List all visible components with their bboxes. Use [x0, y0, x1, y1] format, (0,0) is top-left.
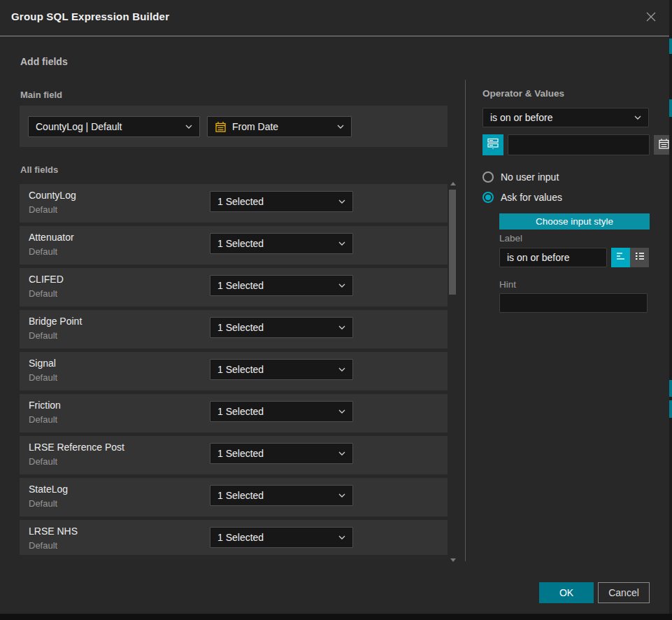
main-layer-select[interactable]: CountyLog | Default — [28, 116, 200, 137]
combo-list-icon — [487, 137, 499, 153]
radio-ask-for-values[interactable]: Ask for values — [482, 192, 562, 203]
field-sublabel: Default — [29, 372, 57, 383]
field-selected-value: 1 Selected — [217, 448, 334, 459]
field-row-signal: Signal Default 1 Selected — [20, 352, 448, 390]
field-name: Attenuator — [29, 232, 74, 243]
field-name: CountyLog — [29, 190, 76, 201]
field-selected-dropdown[interactable]: 1 Selected — [210, 527, 353, 548]
field-selected-value: 1 Selected — [217, 364, 334, 375]
scroll-up-icon[interactable] — [450, 182, 456, 185]
field-row-statelog: StateLog Default 1 Selected — [20, 478, 448, 516]
calendar-icon — [215, 121, 227, 133]
choose-input-style-button[interactable]: Choose input style — [499, 213, 650, 230]
value-input[interactable] — [508, 134, 650, 155]
field-name: Friction — [29, 400, 61, 411]
operator-select[interactable]: is on or before — [482, 108, 649, 127]
chevron-down-icon — [338, 241, 345, 246]
field-sublabel: Default — [29, 246, 57, 257]
main-field-panel: CountyLog | Default From Date — [20, 106, 448, 147]
edge-accent-segment — [669, 38, 672, 54]
main-field-heading: Main field — [20, 90, 62, 100]
list-scrollbar[interactable] — [448, 179, 457, 564]
field-sublabel: Default — [29, 330, 57, 341]
field-row-friction: Friction Default 1 Selected — [20, 394, 448, 432]
field-sublabel: Default — [29, 540, 57, 551]
field-selected-value: 1 Selected — [217, 196, 334, 207]
list-style-button[interactable] — [630, 248, 649, 267]
field-name: LRSE NHS — [29, 526, 78, 537]
field-selected-dropdown[interactable]: 1 Selected — [210, 275, 353, 296]
field-name: StateLog — [29, 484, 68, 495]
field-selected-value: 1 Selected — [217, 238, 334, 249]
operator-select-value: is on or before — [490, 112, 630, 123]
edge-accent-segment — [669, 400, 672, 418]
chevron-down-icon — [338, 367, 345, 372]
dialog-title: Group SQL Expression Builder — [11, 10, 169, 22]
single-value-style-button[interactable] — [611, 248, 630, 267]
close-button[interactable] — [643, 10, 659, 27]
field-sublabel: Default — [29, 498, 57, 509]
hint-input[interactable] — [499, 293, 648, 313]
value-input-row — [482, 134, 649, 155]
input-style-toggle-group — [611, 248, 649, 267]
field-selected-value: 1 Selected — [217, 322, 334, 333]
radio-label: No user input — [501, 171, 559, 183]
page-bottom-edge — [0, 614, 672, 620]
bulleted-list-icon — [634, 251, 645, 264]
field-selected-dropdown[interactable]: 1 Selected — [210, 401, 353, 422]
field-selected-value: 1 Selected — [217, 406, 334, 417]
field-row-lrse-reference-post: LRSE Reference Post Default 1 Selected — [20, 436, 448, 474]
calendar-icon — [658, 138, 670, 153]
field-row-clifed: CLIFED Default 1 Selected — [20, 268, 448, 307]
field-selected-value: 1 Selected — [217, 280, 334, 291]
add-fields-heading: Add fields — [20, 56, 68, 67]
close-icon — [645, 11, 657, 25]
chevron-down-icon — [337, 125, 344, 129]
chevron-down-icon — [338, 283, 345, 288]
hint-caption: Hint — [499, 279, 516, 290]
field-row-lrse-nhs: LRSE NHS Default 1 Selected — [20, 520, 448, 555]
radio-checked-icon — [482, 192, 494, 203]
field-selected-dropdown[interactable]: 1 Selected — [210, 233, 353, 254]
field-sublabel: Default — [29, 456, 57, 467]
chevron-down-icon — [338, 409, 345, 414]
field-row-countylog: CountyLog Default 1 Selected — [20, 184, 448, 223]
dialog-titlebar: Group SQL Expression Builder — [0, 0, 669, 36]
chevron-down-icon — [634, 115, 641, 120]
radio-unchecked-icon — [482, 171, 494, 183]
unique-values-toggle-button[interactable] — [482, 134, 503, 155]
chevron-down-icon — [338, 535, 345, 540]
field-name: Bridge Point — [29, 316, 82, 327]
scrollbar-thumb[interactable] — [449, 190, 456, 295]
field-name: LRSE Reference Post — [29, 442, 124, 453]
field-selected-dropdown[interactable]: 1 Selected — [210, 191, 353, 212]
field-selected-dropdown[interactable]: 1 Selected — [210, 317, 353, 338]
field-row-bridge-point: Bridge Point Default 1 Selected — [20, 310, 448, 348]
field-name: CLIFED — [29, 274, 64, 285]
ok-button[interactable]: OK — [539, 582, 594, 603]
chevron-down-icon — [185, 125, 192, 129]
field-selected-value: 1 Selected — [217, 490, 334, 501]
main-field-select-value: From Date — [232, 121, 333, 132]
cancel-button[interactable]: Cancel — [598, 582, 650, 603]
scroll-down-icon[interactable] — [450, 558, 456, 562]
field-selected-dropdown[interactable]: 1 Selected — [210, 359, 353, 380]
chevron-down-icon — [338, 325, 345, 330]
operator-values-heading: Operator & Values — [482, 88, 564, 99]
panel-divider — [465, 80, 466, 561]
chevron-down-icon — [338, 451, 345, 456]
field-selected-value: 1 Selected — [217, 532, 334, 543]
label-input[interactable] — [499, 248, 607, 267]
field-row-attenuator: Attenuator Default 1 Selected — [20, 226, 448, 265]
field-selected-dropdown[interactable]: 1 Selected — [210, 485, 353, 506]
radio-label: Ask for values — [501, 192, 562, 203]
all-fields-list: CountyLog Default 1 Selected Attenuator … — [20, 181, 448, 555]
radio-no-user-input[interactable]: No user input — [482, 171, 559, 183]
main-layer-select-value: CountyLog | Default — [36, 121, 181, 132]
chevron-down-icon — [338, 493, 345, 498]
main-field-select[interactable]: From Date — [207, 116, 352, 137]
field-name: Signal — [29, 358, 56, 369]
chevron-down-icon — [338, 199, 345, 204]
field-sublabel: Default — [29, 288, 57, 299]
field-selected-dropdown[interactable]: 1 Selected — [210, 443, 353, 464]
